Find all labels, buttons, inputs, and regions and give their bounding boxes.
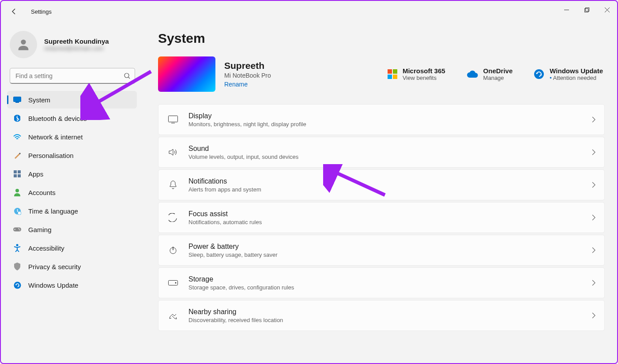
maximize-icon bbox=[584, 8, 589, 12]
svg-point-4 bbox=[124, 73, 129, 78]
sidebar-item-label: Accounts bbox=[28, 189, 56, 196]
svg-point-13 bbox=[15, 189, 19, 192]
chevron-right-icon bbox=[592, 280, 595, 286]
sidebar-item-system[interactable]: System bbox=[7, 91, 137, 109]
sidebar-item-label: Time & language bbox=[28, 207, 78, 215]
sidebar-item-label: Network & internet bbox=[28, 133, 83, 141]
sidebar-item-label: Windows Update bbox=[28, 281, 78, 289]
svg-point-3 bbox=[21, 40, 26, 45]
sidebar-item-gaming[interactable]: Gaming bbox=[7, 221, 137, 238]
accessibility-icon bbox=[13, 244, 21, 252]
card-desc: Volume levels, output, input, sound devi… bbox=[188, 154, 582, 160]
user-name: Supreeth Koundinya bbox=[44, 38, 109, 45]
card-desc: Discoverability, received files location bbox=[188, 317, 582, 323]
sidebar: Supreeth Koundinya redacted@domain.com S… bbox=[1, 22, 142, 363]
sidebar-item-label: Accessibility bbox=[28, 244, 64, 252]
microsoft-logo-icon bbox=[388, 69, 397, 79]
device-model: Mi NoteBook Pro bbox=[224, 72, 271, 79]
svg-line-5 bbox=[128, 77, 130, 79]
sidebar-item-bluetooth[interactable]: Bluetooth & devices bbox=[7, 109, 137, 127]
sound-icon bbox=[167, 148, 179, 156]
bluetooth-icon bbox=[13, 114, 21, 122]
user-email: redacted@domain.com bbox=[44, 45, 109, 52]
svg-rect-22 bbox=[169, 116, 178, 122]
settings-card-power[interactable]: Power & batterySleep, battery usage, bat… bbox=[158, 235, 605, 266]
personalisation-icon bbox=[13, 151, 21, 159]
sidebar-item-label: Apps bbox=[28, 170, 43, 178]
settings-card-display[interactable]: DisplayMonitors, brightness, night light… bbox=[158, 104, 605, 135]
settings-card-nearby[interactable]: Nearby sharingDiscoverability, received … bbox=[158, 300, 605, 331]
svg-rect-6 bbox=[14, 97, 21, 102]
device-image bbox=[158, 56, 215, 92]
card-desc: Monitors, brightness, night light, displ… bbox=[188, 121, 582, 128]
hero-card-ms365[interactable]: Microsoft 365View benefits bbox=[386, 65, 447, 83]
accounts-icon bbox=[13, 188, 21, 196]
hero-card-sub: Attention needed bbox=[550, 75, 603, 81]
sidebar-item-accounts[interactable]: Accounts bbox=[7, 184, 137, 201]
privacy-icon bbox=[13, 263, 21, 270]
search-input[interactable] bbox=[10, 68, 135, 84]
apps-icon bbox=[13, 170, 21, 178]
system-icon bbox=[13, 96, 21, 104]
chevron-right-icon bbox=[592, 149, 595, 155]
minimize-icon bbox=[564, 8, 569, 12]
gaming-icon bbox=[13, 225, 21, 233]
svg-rect-11 bbox=[14, 174, 17, 177]
card-desc: Alerts from apps and system bbox=[188, 186, 582, 193]
svg-point-15 bbox=[18, 211, 21, 215]
main-content: System Supreeth Mi NoteBook Pro Rename M… bbox=[142, 22, 617, 363]
svg-rect-1 bbox=[584, 8, 588, 12]
sidebar-item-apps[interactable]: Apps bbox=[7, 165, 137, 183]
sidebar-item-time[interactable]: Time & language bbox=[7, 202, 137, 220]
windows-update-icon bbox=[534, 69, 544, 79]
sidebar-item-label: Bluetooth & devices bbox=[28, 115, 87, 122]
rename-link[interactable]: Rename bbox=[224, 81, 248, 88]
time-icon bbox=[13, 207, 21, 215]
page-title: System bbox=[158, 31, 605, 46]
settings-card-focus[interactable]: Focus assistNotifications, automatic rul… bbox=[158, 202, 605, 233]
sidebar-item-label: Personalisation bbox=[28, 152, 74, 159]
search-icon bbox=[124, 72, 131, 79]
settings-card-storage[interactable]: StorageStorage space, drives, configurat… bbox=[158, 267, 605, 298]
sidebar-item-accessibility[interactable]: Accessibility bbox=[7, 239, 137, 257]
minimize-button[interactable] bbox=[556, 1, 577, 19]
hero-card-sub: Manage bbox=[483, 75, 513, 81]
sidebar-item-privacy[interactable]: Privacy & security bbox=[7, 258, 137, 275]
settings-card-notifications[interactable]: NotificationsAlerts from apps and system bbox=[158, 169, 605, 200]
sidebar-item-personalisation[interactable]: Personalisation bbox=[7, 146, 137, 164]
storage-icon bbox=[167, 280, 179, 285]
onedrive-icon bbox=[467, 70, 478, 78]
card-desc: Storage space, drives, configuration rul… bbox=[188, 284, 582, 291]
notifications-icon bbox=[167, 180, 179, 189]
settings-card-sound[interactable]: SoundVolume levels, output, input, sound… bbox=[158, 137, 605, 168]
avatar bbox=[10, 31, 37, 58]
card-title: Nearby sharing bbox=[188, 308, 582, 316]
user-profile[interactable]: Supreeth Koundinya redacted@domain.com bbox=[4, 27, 137, 62]
back-button[interactable] bbox=[6, 4, 22, 19]
svg-rect-10 bbox=[18, 170, 21, 173]
close-button[interactable] bbox=[597, 1, 617, 19]
sidebar-item-label: Privacy & security bbox=[28, 263, 81, 270]
svg-point-20 bbox=[14, 281, 21, 289]
sidebar-item-network[interactable]: Network & internet bbox=[7, 128, 137, 146]
person-icon bbox=[16, 37, 31, 52]
card-desc: Notifications, automatic rules bbox=[188, 219, 582, 225]
focus-icon bbox=[167, 213, 179, 222]
chevron-right-icon bbox=[592, 312, 595, 319]
hero-card-title: Windows Update bbox=[550, 67, 603, 75]
card-title: Power & battery bbox=[188, 243, 582, 251]
network-icon bbox=[13, 133, 21, 141]
svg-rect-7 bbox=[15, 102, 19, 103]
card-title: Notifications bbox=[188, 177, 582, 185]
sidebar-item-update[interactable]: Windows Update bbox=[7, 276, 137, 294]
nearby-icon bbox=[167, 311, 179, 320]
chevron-right-icon bbox=[592, 247, 595, 253]
power-icon bbox=[167, 246, 179, 255]
hero-card-onedrive[interactable]: OneDriveManage bbox=[465, 65, 515, 83]
back-arrow-icon bbox=[11, 8, 18, 15]
maximize-button[interactable] bbox=[577, 1, 597, 19]
card-title: Storage bbox=[188, 275, 582, 283]
update-icon bbox=[13, 281, 21, 289]
card-title: Display bbox=[188, 112, 582, 120]
hero-card-winupdate[interactable]: Windows UpdateAttention needed bbox=[532, 65, 605, 83]
